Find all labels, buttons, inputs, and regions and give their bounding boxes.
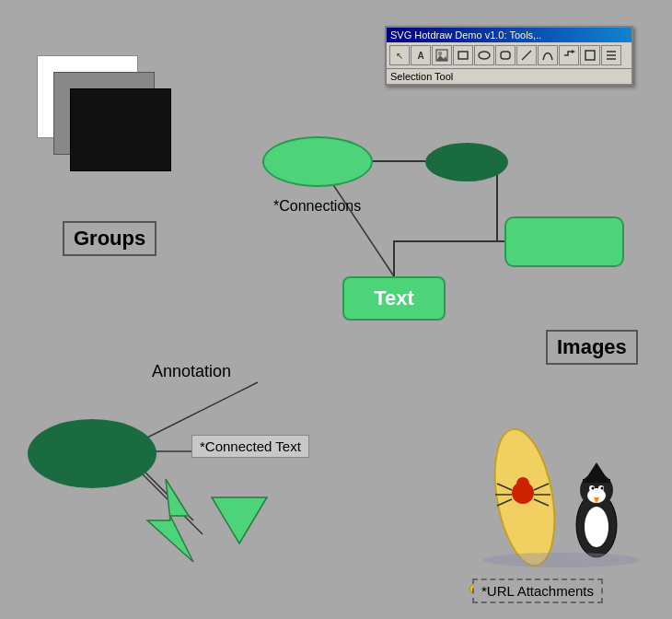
ellipse-tool-btn[interactable] xyxy=(474,45,494,65)
url-attachments-label: *URL Attachments xyxy=(472,578,603,603)
rounded-rect-tool-btn[interactable] xyxy=(495,45,516,65)
toolbar-titlebar: SVG Hotdraw Demo v1.0: Tools,.. xyxy=(387,28,631,42)
box2-tool-btn[interactable] xyxy=(580,45,600,65)
svg-point-10 xyxy=(479,52,490,59)
select-tool-btn[interactable]: ↖ xyxy=(389,45,410,65)
connected-text-label: *Connected Text xyxy=(191,435,309,458)
svg-point-30 xyxy=(585,507,608,547)
svg-rect-11 xyxy=(501,52,510,59)
groups-label: Groups xyxy=(63,221,156,256)
svg-marker-18 xyxy=(147,479,193,562)
illustration xyxy=(451,424,644,571)
image-tool-btn[interactable] xyxy=(432,45,452,65)
green-rect-right[interactable] xyxy=(504,216,624,267)
triangles-group xyxy=(138,479,322,590)
svg-marker-13 xyxy=(572,50,575,53)
align-tool-btn[interactable] xyxy=(601,45,621,65)
connections-label: *Connections xyxy=(273,198,361,215)
groups-visual xyxy=(37,55,184,203)
toolbar-title: SVG Hotdraw Demo v1.0: Tools,.. xyxy=(390,29,541,41)
svg-marker-19 xyxy=(212,497,267,543)
svg-point-22 xyxy=(516,477,529,490)
svg-point-40 xyxy=(483,553,640,567)
svg-rect-9 xyxy=(458,52,468,59)
text-shape[interactable]: Text xyxy=(342,276,446,321)
svg-marker-38 xyxy=(585,462,608,481)
svg-line-12 xyxy=(522,51,531,60)
text-shape-label: Text xyxy=(374,286,414,310)
svg-point-37 xyxy=(601,487,604,490)
svg-point-36 xyxy=(592,487,595,490)
line-tool-btn[interactable] xyxy=(516,45,537,65)
toolbar-status: Selection Tool xyxy=(387,69,631,84)
svg-rect-7 xyxy=(438,52,442,55)
toolbar-buttons-row: ↖ A xyxy=(387,42,631,69)
svg-line-2 xyxy=(138,382,258,442)
svg-rect-14 xyxy=(585,51,595,60)
rect-black xyxy=(70,88,171,171)
dark-ellipse[interactable] xyxy=(28,419,156,488)
svg-rect-39 xyxy=(583,479,610,483)
rect-tool-btn[interactable] xyxy=(453,45,473,65)
connection-ellipse-right[interactable] xyxy=(425,143,508,181)
toolbar-window: SVG Hotdraw Demo v1.0: Tools,.. ↖ A xyxy=(385,26,633,86)
annotation-label: Annotation xyxy=(152,362,231,381)
text-tool-btn[interactable]: A xyxy=(411,45,431,65)
svg-marker-8 xyxy=(436,55,447,61)
connection-ellipse-left[interactable] xyxy=(262,136,373,187)
images-label: Images xyxy=(546,330,638,365)
connector-tool-btn[interactable] xyxy=(559,45,579,65)
bezier-tool-btn[interactable] xyxy=(538,45,558,65)
